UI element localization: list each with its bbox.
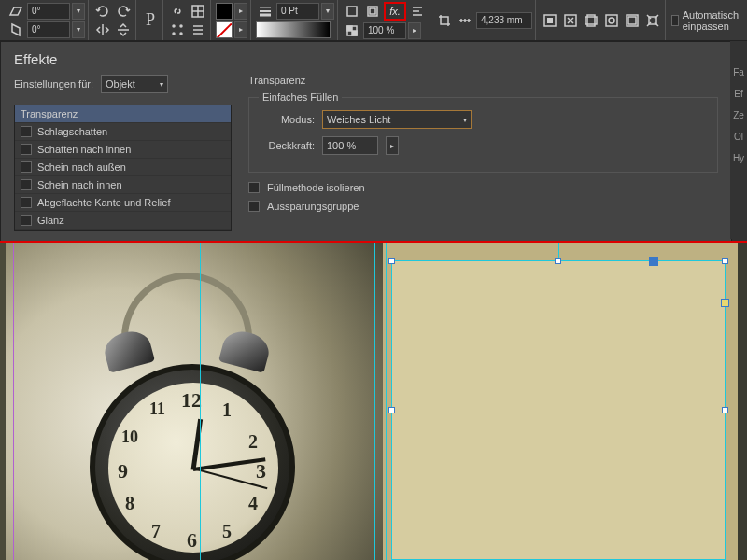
minute-hand bbox=[193, 457, 266, 471]
panel-tab[interactable]: Hy bbox=[733, 153, 744, 163]
misc-icon[interactable] bbox=[189, 21, 207, 38]
fit2-icon[interactable] bbox=[561, 12, 580, 29]
angle-x-input[interactable]: 0° bbox=[27, 3, 70, 20]
opacity-label: Deckkraft: bbox=[259, 140, 315, 151]
selection-handle[interactable] bbox=[722, 258, 728, 264]
blend-mode-select[interactable]: Weiches Licht▾ bbox=[322, 110, 472, 129]
angle-y-dropdown[interactable]: ▾ bbox=[72, 21, 85, 38]
panel-tab[interactable]: Ef bbox=[734, 89, 742, 99]
margin-guide[interactable] bbox=[13, 243, 14, 560]
mode-label: Modus: bbox=[259, 114, 315, 125]
knockout-checkbox[interactable] bbox=[248, 201, 260, 212]
svg-point-17 bbox=[609, 18, 614, 23]
measurement-input[interactable]: 4,233 mm bbox=[476, 12, 532, 29]
clock-face: 12 1 2 3 4 5 6 7 8 9 10 11 bbox=[108, 383, 278, 553]
angle-y-input[interactable]: 0° bbox=[27, 21, 70, 38]
flip-h-icon[interactable] bbox=[93, 21, 112, 38]
stroke-weight-icon bbox=[256, 3, 275, 20]
right-panel-tabs: Fa Ef Ze Ol Hy bbox=[730, 41, 747, 239]
settings-for-select[interactable]: Objekt▾ bbox=[101, 75, 168, 93]
fill-opacity-input[interactable]: 100 % bbox=[322, 136, 378, 155]
effect-checkbox[interactable] bbox=[21, 144, 32, 155]
angle-x-dropdown[interactable]: ▾ bbox=[72, 3, 85, 20]
effects-button[interactable]: fx. bbox=[384, 2, 406, 21]
stroke-weight-dropdown[interactable]: ▾ bbox=[321, 3, 334, 20]
page-edge bbox=[738, 243, 747, 560]
paragraph-icon[interactable]: P bbox=[141, 12, 160, 29]
corner-option-handle[interactable] bbox=[721, 299, 729, 307]
autofit-label: Automatisch einpassen bbox=[683, 9, 743, 32]
fit5-icon[interactable] bbox=[623, 12, 641, 29]
stroke-weight-input[interactable]: 0 Pt bbox=[276, 3, 319, 20]
opacity-input[interactable]: 100 % bbox=[363, 22, 406, 39]
effect-item-schatten-innen[interactable]: Schatten nach innen bbox=[15, 141, 231, 159]
fit3-icon[interactable] bbox=[582, 12, 600, 29]
rotate-ccw-icon[interactable] bbox=[93, 3, 112, 20]
fit4-icon[interactable] bbox=[602, 12, 621, 29]
svg-rect-12 bbox=[547, 18, 553, 23]
stroke-dropdown[interactable]: ▸ bbox=[234, 21, 247, 38]
svg-rect-16 bbox=[606, 15, 617, 26]
isolate-checkbox[interactable] bbox=[248, 182, 260, 193]
selected-frame[interactable] bbox=[391, 260, 726, 560]
dots-icon[interactable] bbox=[168, 21, 187, 38]
effect-item-relief[interactable]: Abgeflachte Kante und Relief bbox=[15, 194, 231, 212]
selection-handle[interactable] bbox=[722, 407, 728, 413]
effect-item-schlagschatten[interactable]: Schlagschatten bbox=[15, 123, 231, 141]
grid-icon[interactable] bbox=[189, 3, 207, 20]
effect-checkbox[interactable] bbox=[21, 161, 32, 173]
effect-item-schein-aussen[interactable]: Schein nach außen bbox=[15, 159, 231, 176]
isolate-label: Füllmethode isolieren bbox=[267, 182, 365, 193]
effect-item-glanz[interactable]: Glanz bbox=[15, 212, 231, 230]
box1-icon[interactable] bbox=[343, 3, 361, 20]
crop-icon[interactable] bbox=[435, 12, 454, 29]
column-guide[interactable] bbox=[386, 243, 387, 560]
stroke-swatch[interactable] bbox=[216, 21, 233, 38]
flip-v-icon[interactable] bbox=[114, 21, 133, 38]
rotate-cw-icon[interactable] bbox=[114, 3, 133, 20]
fit1-icon[interactable] bbox=[541, 12, 559, 29]
opacity-dropdown[interactable]: ▸ bbox=[408, 22, 421, 39]
clock-body: 12 1 2 3 4 5 6 7 8 9 10 11 bbox=[90, 364, 295, 560]
box2-icon[interactable] bbox=[363, 3, 382, 20]
selection-handle[interactable] bbox=[388, 407, 395, 413]
panel-tab[interactable]: Fa bbox=[733, 67, 744, 77]
effect-item-transparenz[interactable]: Transparenz bbox=[15, 105, 231, 123]
column-guide[interactable] bbox=[374, 243, 375, 560]
effect-checkbox[interactable] bbox=[21, 197, 32, 208]
measure-icon bbox=[456, 12, 474, 29]
document-canvas[interactable]: 12 1 2 3 4 5 6 7 8 9 10 11 bbox=[0, 243, 747, 560]
fill-opacity-dropdown[interactable]: ▸ bbox=[386, 136, 399, 155]
hour-hand bbox=[191, 419, 204, 470]
column-guide[interactable] bbox=[200, 243, 201, 560]
svg-point-3 bbox=[173, 33, 175, 35]
link-icon[interactable] bbox=[168, 3, 187, 20]
selection-handle[interactable] bbox=[388, 258, 395, 264]
effect-checkbox[interactable] bbox=[21, 126, 32, 137]
fit6-icon[interactable] bbox=[643, 12, 662, 29]
shear-y-icon bbox=[7, 21, 25, 38]
autofit-checkbox[interactable] bbox=[671, 15, 679, 26]
svg-rect-7 bbox=[370, 8, 375, 14]
content-grabber[interactable] bbox=[649, 257, 658, 266]
svg-point-1 bbox=[173, 25, 175, 27]
transparency-heading: Transparenz bbox=[248, 75, 718, 86]
fill-swatch[interactable] bbox=[216, 3, 233, 20]
clock-image[interactable]: 12 1 2 3 4 5 6 7 8 9 10 11 bbox=[6, 243, 383, 560]
align-icon[interactable] bbox=[408, 3, 427, 20]
effect-checkbox[interactable] bbox=[21, 215, 32, 226]
column-guide[interactable] bbox=[190, 243, 190, 560]
gradient-bar[interactable] bbox=[256, 21, 331, 38]
svg-point-4 bbox=[180, 33, 182, 35]
panel-tab[interactable]: Ol bbox=[734, 132, 743, 142]
svg-rect-5 bbox=[347, 7, 357, 16]
effect-item-schein-innen[interactable]: Schein nach innen bbox=[15, 176, 231, 194]
svg-rect-19 bbox=[628, 17, 636, 24]
effect-checkbox[interactable] bbox=[21, 179, 32, 190]
effects-list: Transparenz Schlagschatten Schatten nach… bbox=[14, 105, 232, 231]
panel-tab[interactable]: Ze bbox=[733, 110, 744, 120]
svg-rect-10 bbox=[352, 31, 357, 35]
selection-handle[interactable] bbox=[555, 258, 561, 264]
simple-fill-fieldset: Einfaches Füllen Modus: Weiches Licht▾ D… bbox=[248, 91, 718, 173]
fill-dropdown[interactable]: ▸ bbox=[234, 3, 247, 20]
